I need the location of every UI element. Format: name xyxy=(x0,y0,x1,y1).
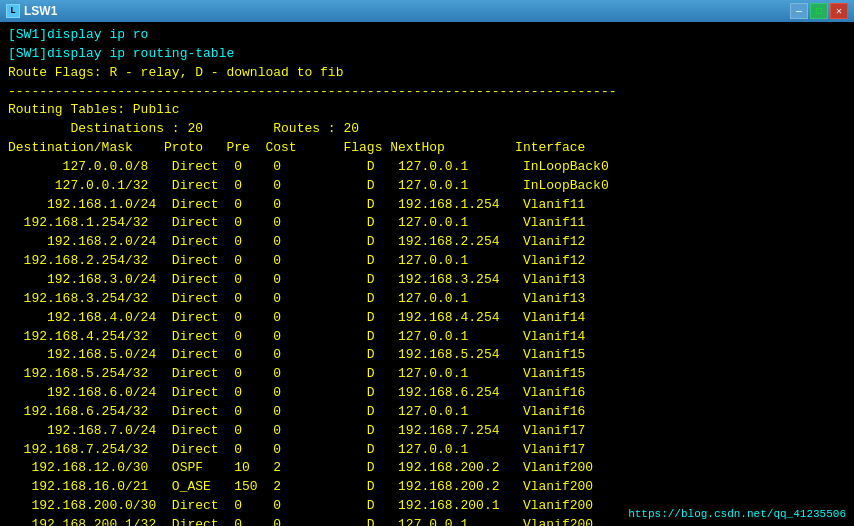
terminal-line: 192.168.7.0/24 Direct 0 0 D 192.168.7.25… xyxy=(8,422,846,441)
app-icon: L xyxy=(6,4,20,18)
terminal-line: [SW1]display ip ro xyxy=(8,26,846,45)
terminal-line: 192.168.2.0/24 Direct 0 0 D 192.168.2.25… xyxy=(8,233,846,252)
title-bar: L LSW1 — □ ✕ xyxy=(0,0,854,22)
maximize-button[interactable]: □ xyxy=(810,3,828,19)
terminal-line: ----------------------------------------… xyxy=(8,83,846,102)
terminal-line: Destination/Mask Proto Pre Cost Flags Ne… xyxy=(8,139,846,158)
terminal-line: 127.0.0.1/32 Direct 0 0 D 127.0.0.1 InLo… xyxy=(8,177,846,196)
terminal-line: 192.168.2.254/32 Direct 0 0 D 127.0.0.1 … xyxy=(8,252,846,271)
terminal-line: 192.168.3.0/24 Direct 0 0 D 192.168.3.25… xyxy=(8,271,846,290)
terminal-line: 192.168.1.254/32 Direct 0 0 D 127.0.0.1 … xyxy=(8,214,846,233)
terminal-line: [SW1]display ip routing-table xyxy=(8,45,846,64)
terminal-window: [SW1]display ip ro[SW1]display ip routin… xyxy=(0,22,854,526)
terminal-line: 192.168.6.254/32 Direct 0 0 D 127.0.0.1 … xyxy=(8,403,846,422)
status-bar: https://blog.csdn.net/qq_41235506 xyxy=(628,508,846,520)
terminal-line: 192.168.5.254/32 Direct 0 0 D 127.0.0.1 … xyxy=(8,365,846,384)
terminal-line: 192.168.16.0/21 O_ASE 150 2 D 192.168.20… xyxy=(8,478,846,497)
terminal-line: 192.168.4.254/32 Direct 0 0 D 127.0.0.1 … xyxy=(8,328,846,347)
terminal-line: 192.168.4.0/24 Direct 0 0 D 192.168.4.25… xyxy=(8,309,846,328)
title-bar-left: L LSW1 xyxy=(6,4,57,18)
terminal-line: 192.168.3.254/32 Direct 0 0 D 127.0.0.1 … xyxy=(8,290,846,309)
terminal-line: 192.168.12.0/30 OSPF 10 2 D 192.168.200.… xyxy=(8,459,846,478)
terminal-line: 192.168.7.254/32 Direct 0 0 D 127.0.0.1 … xyxy=(8,441,846,460)
terminal-line: 192.168.6.0/24 Direct 0 0 D 192.168.6.25… xyxy=(8,384,846,403)
terminal-line: 192.168.5.0/24 Direct 0 0 D 192.168.5.25… xyxy=(8,346,846,365)
minimize-button[interactable]: — xyxy=(790,3,808,19)
terminal-line: Route Flags: R - relay, D - download to … xyxy=(8,64,846,83)
terminal-line: Destinations : 20 Routes : 20 xyxy=(8,120,846,139)
close-button[interactable]: ✕ xyxy=(830,3,848,19)
window-controls: — □ ✕ xyxy=(790,3,848,19)
terminal-line: 192.168.1.0/24 Direct 0 0 D 192.168.1.25… xyxy=(8,196,846,215)
terminal-line: 127.0.0.0/8 Direct 0 0 D 127.0.0.1 InLoo… xyxy=(8,158,846,177)
terminal-line: Routing Tables: Public xyxy=(8,101,846,120)
window-title: LSW1 xyxy=(24,4,57,18)
